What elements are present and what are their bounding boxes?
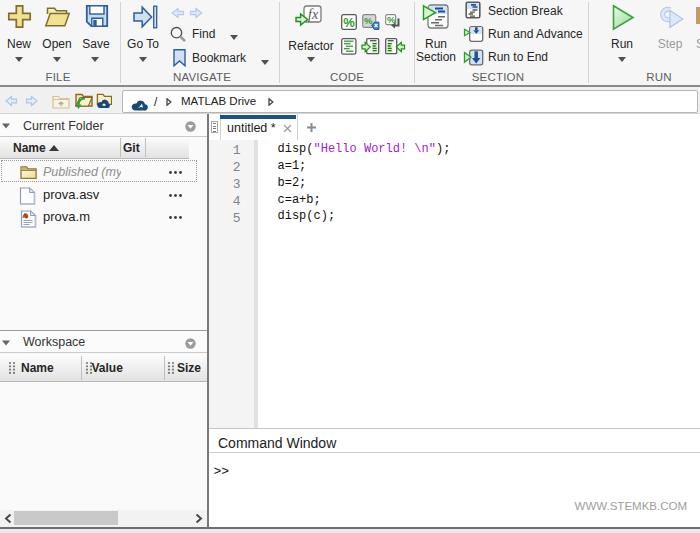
svg-text:%: % [364,15,373,26]
svg-text:%: % [343,15,355,30]
svg-text:fx: fx [308,7,319,22]
